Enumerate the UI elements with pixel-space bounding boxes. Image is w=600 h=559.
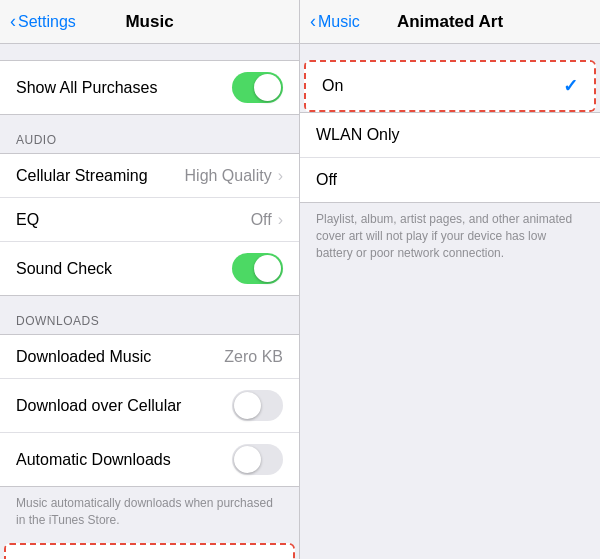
cellular-streaming-row[interactable]: Cellular Streaming High Quality › xyxy=(0,154,299,198)
toggle-knob-3 xyxy=(234,392,261,419)
art-description: Playlist, album, artist pages, and other… xyxy=(300,203,600,271)
sound-check-label: Sound Check xyxy=(16,260,112,278)
art-list: WLAN Only Off xyxy=(300,112,600,203)
show-all-purchases-label: Show All Purchases xyxy=(16,79,157,97)
eq-value: Off xyxy=(251,211,272,229)
sound-check-row[interactable]: Sound Check xyxy=(0,242,299,295)
cellular-streaming-right: High Quality › xyxy=(185,167,283,185)
wlan-option-label: WLAN Only xyxy=(316,126,400,144)
eq-label: EQ xyxy=(16,211,39,229)
on-option-label: On xyxy=(322,77,343,95)
right-nav-title: Animated Art xyxy=(397,12,503,32)
left-panel: ‹ Settings Music Show All Purchases AUDI… xyxy=(0,0,300,559)
auto-downloads-row[interactable]: Automatic Downloads xyxy=(0,433,299,486)
audio-section-group: AUDIO Cellular Streaming High Quality › … xyxy=(0,115,299,296)
eq-right: Off › xyxy=(251,211,283,229)
toggle-knob-4 xyxy=(234,446,261,473)
animated-art-section: Animated Art On › Playlist, album, artis… xyxy=(0,543,299,559)
animated-art-row[interactable]: Animated Art On › xyxy=(6,545,293,559)
off-option-label: Off xyxy=(316,171,337,189)
auto-downloads-toggle[interactable] xyxy=(232,444,283,475)
eq-row[interactable]: EQ Off › xyxy=(0,198,299,242)
right-back-label: Music xyxy=(318,13,360,31)
on-row-highlight: On ✓ xyxy=(304,60,596,112)
art-options-container: On ✓ WLAN Only Off Playlist, album, arti… xyxy=(300,60,600,271)
download-cellular-label: Download over Cellular xyxy=(16,397,181,415)
downloaded-music-value: Zero KB xyxy=(224,348,283,366)
back-button[interactable]: ‹ Settings xyxy=(10,11,76,32)
downloaded-music-right: Zero KB xyxy=(224,348,283,366)
downloads-list: Downloaded Music Zero KB Download over C… xyxy=(0,334,299,487)
show-all-purchases-row[interactable]: Show All Purchases xyxy=(0,61,299,114)
sound-check-toggle[interactable] xyxy=(232,253,283,284)
left-nav-title: Music xyxy=(125,12,173,32)
checkmark-icon: ✓ xyxy=(563,75,578,97)
downloads-section-group: DOWNLOADS Downloaded Music Zero KB Downl… xyxy=(0,296,299,539)
download-cellular-row[interactable]: Download over Cellular xyxy=(0,379,299,433)
cellular-streaming-label: Cellular Streaming xyxy=(16,167,148,185)
downloads-section-label: DOWNLOADS xyxy=(0,296,299,334)
download-cellular-toggle[interactable] xyxy=(232,390,283,421)
toggle-knob xyxy=(254,74,281,101)
downloaded-music-label: Downloaded Music xyxy=(16,348,151,366)
auto-downloads-label: Automatic Downloads xyxy=(16,451,171,469)
eq-chevron-icon: › xyxy=(278,211,283,229)
downloads-sub-text: Music automatically downloads when purch… xyxy=(0,487,299,539)
animated-art-highlight: Animated Art On › xyxy=(4,543,295,559)
left-nav-bar: ‹ Settings Music xyxy=(0,0,299,44)
purchases-group: Show All Purchases xyxy=(0,60,299,115)
back-chevron-icon: ‹ xyxy=(10,11,16,32)
back-label: Settings xyxy=(18,13,76,31)
toggle-knob-2 xyxy=(254,255,281,282)
right-panel: ‹ Music Animated Art On ✓ WLAN Only Off … xyxy=(300,0,600,559)
on-option-row[interactable]: On ✓ xyxy=(306,62,594,110)
downloaded-music-row[interactable]: Downloaded Music Zero KB xyxy=(0,335,299,379)
right-back-button[interactable]: ‹ Music xyxy=(310,11,360,32)
cellular-streaming-chevron-icon: › xyxy=(278,167,283,185)
off-option-row[interactable]: Off xyxy=(300,158,600,202)
wlan-option-row[interactable]: WLAN Only xyxy=(300,113,600,158)
cellular-streaming-value: High Quality xyxy=(185,167,272,185)
audio-list: Cellular Streaming High Quality › EQ Off… xyxy=(0,153,299,296)
right-nav-bar: ‹ Music Animated Art xyxy=(300,0,600,44)
right-back-chevron-icon: ‹ xyxy=(310,11,316,32)
audio-section-label: AUDIO xyxy=(0,115,299,153)
show-all-purchases-toggle[interactable] xyxy=(232,72,283,103)
